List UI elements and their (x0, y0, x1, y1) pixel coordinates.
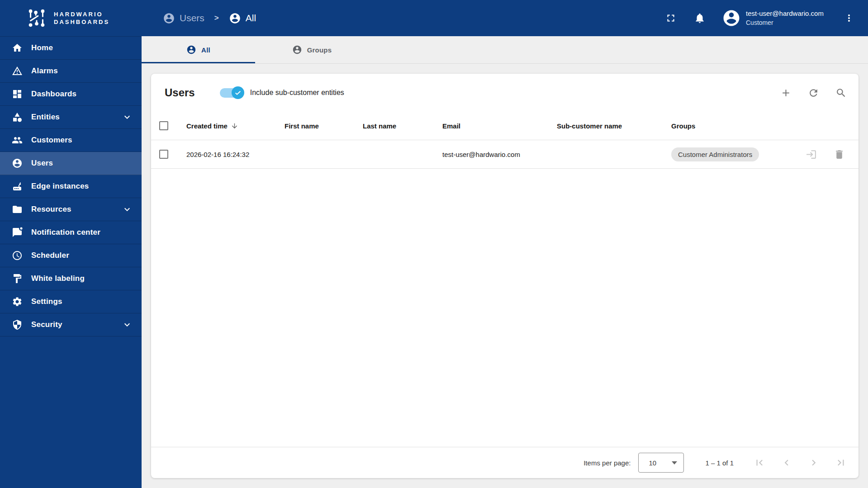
page-size-value: 10 (649, 459, 656, 467)
search-icon (835, 87, 847, 99)
delete-trash-icon (834, 149, 845, 160)
header-checkbox-cell (159, 121, 186, 130)
select-all-checkbox[interactable] (159, 121, 168, 130)
include-sub-customer-toggle[interactable]: Include sub-customer entities (220, 86, 344, 99)
column-header-label: Created time (186, 122, 228, 130)
warning-triangle-icon (12, 66, 23, 76)
items-per-page-label: Items per page: (583, 459, 631, 467)
column-header-groups[interactable]: Groups (671, 122, 784, 130)
user-avatar[interactable] (722, 9, 741, 28)
row-checkbox[interactable] (159, 150, 168, 159)
breadcrumb-users-link[interactable]: Users (163, 12, 204, 24)
sidebar-item-label: Users (31, 159, 53, 168)
users-card: Users Include sub-customer entities (151, 74, 859, 478)
sidebar-item-home[interactable]: Home (0, 37, 142, 60)
table-header-row: Created time First name Last name Email … (151, 112, 859, 140)
column-header-email[interactable]: Email (442, 122, 557, 130)
search-button[interactable] (835, 87, 847, 99)
sidebar-item-settings[interactable]: Settings (0, 290, 142, 313)
user-email: test-user@hardwario.com (746, 9, 832, 18)
breadcrumb-separator: > (214, 14, 219, 23)
people-icon (12, 135, 23, 146)
user-menu-button[interactable] (844, 13, 854, 24)
sidebar-item-security[interactable]: Security (0, 313, 142, 336)
page-size-select[interactable]: 10 (638, 453, 684, 473)
sidebar-item-customers[interactable]: Customers (0, 129, 142, 152)
fullscreen-button[interactable] (665, 12, 677, 24)
shield-icon (12, 319, 23, 330)
cell-created-time: 2026-02-16 16:24:32 (186, 151, 285, 158)
column-header-label: Last name (363, 122, 396, 130)
sidebar-item-entities[interactable]: Entities (0, 106, 142, 129)
sidebar-item-scheduler[interactable]: Scheduler (0, 244, 142, 267)
tab-all[interactable]: All (142, 36, 255, 63)
sidebar-item-dashboards[interactable]: Dashboards (0, 83, 142, 106)
chevron-down-icon (122, 319, 133, 330)
refresh-button[interactable] (808, 87, 819, 99)
login-as-user-button[interactable] (806, 149, 817, 160)
add-user-button[interactable] (780, 87, 792, 99)
column-header-sub-customer-name[interactable]: Sub-customer name (557, 122, 671, 130)
sidebar-item-label: White labeling (31, 274, 85, 283)
first-page-button[interactable] (754, 457, 765, 469)
sidebar-item-label: Scheduler (31, 251, 69, 260)
top-bar: HARDWARIO DASHBOARDS Users > All (0, 0, 868, 36)
toggle-switch[interactable] (220, 86, 243, 99)
sidebar-nav: Home Alarms Dashboards Entities Customer… (0, 36, 142, 488)
breadcrumb-current: All (229, 12, 256, 24)
sidebar-item-users[interactable]: Users (0, 152, 142, 175)
tab-all-label: All (201, 46, 210, 54)
account-circle-icon (12, 158, 23, 169)
sidebar-item-alarms[interactable]: Alarms (0, 60, 142, 83)
account-circle-icon (229, 12, 241, 24)
dropdown-caret-icon (672, 461, 677, 464)
app-window: HARDWARIO DASHBOARDS Users > All (0, 0, 868, 488)
previous-page-button[interactable] (781, 457, 792, 469)
sidebar-item-edge-instances[interactable]: Edge instances (0, 175, 142, 198)
tab-groups-label: Groups (307, 46, 332, 54)
fullscreen-icon (665, 12, 677, 24)
table-row[interactable]: 2026-02-16 16:24:32 test-user@hardwario.… (151, 140, 859, 169)
column-header-last-name[interactable]: Last name (363, 122, 442, 130)
router-icon (12, 181, 23, 192)
column-header-label: First name (285, 122, 319, 130)
next-page-icon (808, 457, 820, 469)
home-icon (12, 43, 23, 53)
column-header-label: Email (442, 122, 460, 130)
card-toolbar: Users Include sub-customer entities (151, 74, 859, 112)
format-paint-icon (12, 273, 23, 284)
clock-icon (12, 250, 23, 261)
logo-line2: DASHBOARDS (54, 18, 109, 26)
group-chip[interactable]: Customer Administrators (671, 147, 759, 161)
sidebar-item-resources[interactable]: Resources (0, 198, 142, 221)
next-page-button[interactable] (808, 457, 820, 469)
sidebar-item-notification-center[interactable]: Notification center (0, 221, 142, 244)
toggle-thumb (232, 86, 244, 99)
sidebar-item-label: Resources (31, 205, 71, 214)
sidebar-item-label: Home (31, 43, 53, 52)
last-page-button[interactable] (835, 457, 847, 469)
user-role: Customer (746, 18, 832, 27)
account-circle-icon (186, 45, 196, 55)
notifications-button[interactable] (694, 12, 706, 24)
column-header-created-time[interactable]: Created time (186, 122, 285, 130)
delete-user-button[interactable] (834, 149, 845, 160)
column-header-label: Sub-customer name (557, 122, 622, 130)
table-actions (780, 87, 847, 99)
sidebar-item-label: Customers (31, 136, 72, 145)
breadcrumb-current-label: All (246, 13, 256, 24)
column-header-first-name[interactable]: First name (285, 122, 363, 130)
pagination-bar: Items per page: 10 1 – 1 of 1 (151, 447, 859, 478)
checkmark-icon (234, 89, 242, 96)
pagination-range: 1 – 1 of 1 (705, 459, 734, 467)
chevron-down-icon (122, 204, 133, 215)
sidebar-item-white-labeling[interactable]: White labeling (0, 267, 142, 290)
sidebar-item-label: Security (31, 320, 62, 329)
tab-groups[interactable]: Groups (255, 36, 369, 63)
sort-descending-arrow-icon (231, 122, 238, 130)
category-shapes-icon (12, 112, 23, 123)
logo[interactable]: HARDWARIO DASHBOARDS (0, 8, 142, 28)
sidebar-item-label: Dashboards (31, 90, 76, 99)
tab-bar: All Groups (142, 36, 868, 64)
hardwario-logo-icon (26, 8, 47, 28)
